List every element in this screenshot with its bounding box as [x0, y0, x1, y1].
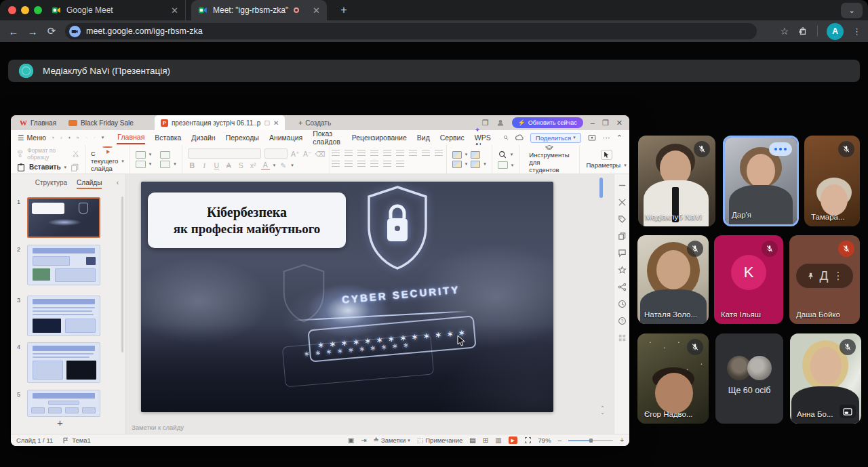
- star-icon[interactable]: [618, 266, 627, 275]
- slide-title-box[interactable]: Кібербезпека як професія майбутнього: [148, 192, 346, 248]
- line-spacing-icon[interactable]: [383, 150, 391, 157]
- slide-sorter-icon[interactable]: ⊞: [483, 436, 488, 444]
- participant-tile-katya[interactable]: K Катя Ільяш: [714, 235, 783, 324]
- slide-nav-arrows[interactable]: ⌃⌄: [600, 407, 605, 415]
- fit-slide-icon[interactable]: [524, 436, 532, 444]
- wps-menu-button[interactable]: ☰ Меню: [18, 134, 46, 142]
- font-size-box[interactable]: [264, 148, 288, 159]
- new-tab-button[interactable]: +: [336, 3, 351, 18]
- slide-thumbnail-5[interactable]: [27, 390, 100, 417]
- panel-collapse-icon[interactable]: ‹: [117, 179, 119, 186]
- participant-tile-darya[interactable]: Дар'я: [723, 136, 799, 226]
- update-now-button[interactable]: ⚡ Обновить сейчас: [512, 117, 583, 128]
- ribbon-tab-insert[interactable]: Вставка: [154, 131, 182, 144]
- participant-tile-natalya[interactable]: Наталя Золо...: [637, 235, 709, 324]
- numbering-icon[interactable]: [344, 150, 353, 157]
- tab-search-chevron-button[interactable]: ⌄: [841, 3, 863, 18]
- text-direction-icon[interactable]: [396, 150, 404, 157]
- comment-toggle[interactable]: ⬚Примечание: [417, 436, 462, 444]
- spellcheck-icon[interactable]: ▣: [348, 436, 354, 444]
- decrease-font-icon[interactable]: A⁻: [303, 150, 312, 158]
- copy-icon[interactable]: [70, 163, 79, 172]
- collapse-ribbon-icon[interactable]: ⌃: [616, 134, 623, 142]
- layout-icon[interactable]: [160, 151, 170, 159]
- more-options-icon[interactable]: ⋮: [833, 270, 843, 282]
- browser-menu-icon[interactable]: ⋮: [852, 26, 861, 37]
- panel-scrollbar[interactable]: [121, 197, 123, 352]
- align-center-icon[interactable]: [422, 150, 430, 157]
- options-group[interactable]: Параметры ▾: [580, 145, 629, 174]
- wps-close-icon[interactable]: ✕: [616, 119, 623, 127]
- browser-tab-google-meet[interactable]: Google Meet ✕: [45, 0, 186, 20]
- format-painter-icon[interactable]: [16, 149, 24, 159]
- clear-format-icon[interactable]: ⌫: [315, 150, 324, 158]
- undo-icon[interactable]: [85, 133, 87, 142]
- address-bar[interactable]: meet.google.com/igg-rbsm-zka: [65, 23, 757, 39]
- theme-indicator[interactable]: Тема1: [62, 436, 91, 444]
- cloud-sync-icon[interactable]: [515, 133, 524, 142]
- extensions-puzzle-icon[interactable]: [797, 26, 808, 37]
- pin-icon[interactable]: [806, 271, 815, 281]
- tools-icon[interactable]: [618, 198, 627, 207]
- bookmark-star-icon[interactable]: ☆: [780, 26, 789, 37]
- font-color-icon[interactable]: A: [261, 161, 270, 170]
- participant-tile-yehor[interactable]: Єгор Надво...: [637, 333, 709, 424]
- help-icon[interactable]: ?: [618, 317, 627, 325]
- picture-in-picture-icon[interactable]: [840, 405, 856, 418]
- columns-icon[interactable]: [344, 161, 353, 167]
- slide-thumbnail-2[interactable]: [27, 245, 100, 285]
- align-left-icon[interactable]: [409, 150, 417, 157]
- align-middle-icon[interactable]: [383, 161, 391, 167]
- slideshow-play-button[interactable]: ▶: [509, 436, 517, 444]
- wps-tab-home[interactable]: W Главная: [14, 115, 62, 130]
- italic-icon[interactable]: I: [200, 162, 209, 169]
- share-button[interactable]: Поделиться ▾: [530, 133, 581, 143]
- comment-icon[interactable]: [618, 249, 627, 258]
- notes-placeholder[interactable]: Заметки к слайду: [132, 424, 184, 431]
- browser-tab-meeting[interactable]: Meet: "igg-rbsm-zka" ✕: [191, 0, 327, 20]
- ribbon-tab-home[interactable]: Главная: [117, 131, 145, 144]
- indent-increase-icon[interactable]: [370, 150, 378, 157]
- share-nodes-icon[interactable]: [618, 283, 627, 291]
- ribbon-tab-transitions[interactable]: Переходы: [225, 131, 260, 144]
- ribbon-tab-review[interactable]: Рецензирование: [351, 131, 408, 144]
- profile-avatar[interactable]: A: [827, 23, 844, 40]
- history-clock-icon[interactable]: [618, 300, 627, 308]
- new-slide-icon[interactable]: [136, 151, 146, 159]
- notes-toggle[interactable]: ≛Заметки▾: [374, 436, 410, 444]
- zoom-in-icon[interactable]: +: [620, 436, 624, 444]
- chevron-down-icon[interactable]: ▾: [102, 135, 104, 140]
- format-painter-label[interactable]: Формат по образцу: [27, 147, 68, 161]
- section-icon[interactable]: [136, 161, 146, 168]
- tab-outline[interactable]: Структура: [35, 179, 67, 189]
- reading-view-icon[interactable]: ▥: [495, 436, 501, 444]
- bullets-icon[interactable]: [332, 150, 340, 157]
- find-icon[interactable]: [498, 150, 507, 159]
- cut-icon[interactable]: [72, 149, 79, 159]
- zoom-out-icon[interactable]: –: [558, 436, 562, 444]
- tile-hover-controls[interactable]: Д ⋮: [796, 264, 853, 288]
- reload-icon[interactable]: ⟳: [42, 25, 61, 37]
- screen-record-icon[interactable]: [587, 133, 597, 142]
- insert-textbox-icon[interactable]: [452, 161, 462, 168]
- insert-chart-icon[interactable]: [471, 151, 480, 159]
- handout-icon[interactable]: ⇥: [361, 436, 366, 444]
- paste-icon[interactable]: [16, 163, 26, 172]
- distribute-icon[interactable]: [357, 161, 366, 167]
- insert-shape-icon[interactable]: [471, 161, 480, 168]
- collapse-icon[interactable]: [618, 181, 627, 190]
- back-icon[interactable]: ←: [4, 26, 23, 37]
- zoom-level[interactable]: 79%: [538, 436, 551, 444]
- align-right-icon[interactable]: [435, 150, 443, 157]
- student-tools-group[interactable]: Инструменты для студентов: [519, 145, 579, 174]
- redo-icon[interactable]: [94, 133, 96, 142]
- copy-panel-icon[interactable]: [618, 232, 627, 241]
- ribbon-search-icon[interactable]: [503, 133, 509, 142]
- slide-thumbnail-3[interactable]: [27, 296, 100, 336]
- shadow-icon[interactable]: S: [237, 161, 245, 169]
- forward-icon[interactable]: →: [23, 26, 42, 37]
- underline-icon[interactable]: U: [212, 161, 221, 169]
- tab-close-icon[interactable]: ✕: [171, 5, 178, 16]
- tile-more-options-button[interactable]: [769, 142, 792, 156]
- highlight-icon[interactable]: ✎: [279, 161, 288, 169]
